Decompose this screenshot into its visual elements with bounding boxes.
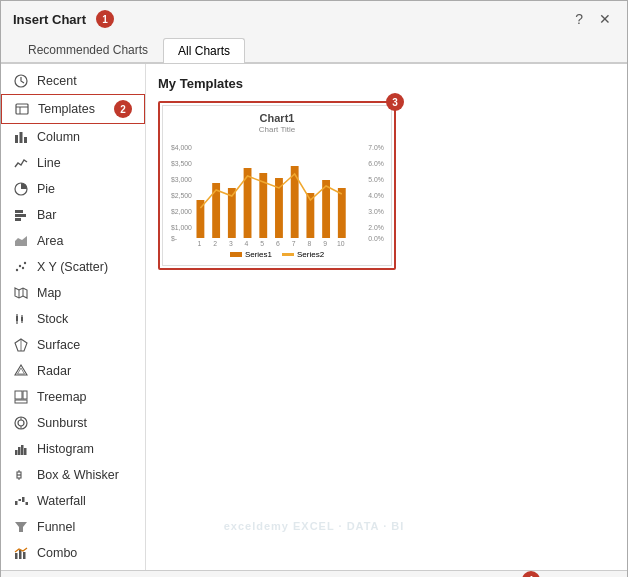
sidebar-label-radar: Radar bbox=[37, 364, 71, 378]
sidebar-label-bar: Bar bbox=[37, 208, 56, 222]
sidebar-item-templates[interactable]: Templates 2 bbox=[1, 94, 145, 124]
svg-rect-29 bbox=[15, 400, 27, 403]
map-icon bbox=[13, 285, 29, 301]
svg-rect-34 bbox=[15, 450, 18, 455]
svg-rect-4 bbox=[15, 135, 18, 143]
badge-3: 3 bbox=[386, 93, 404, 111]
svg-text:2: 2 bbox=[213, 240, 217, 247]
svg-rect-45 bbox=[26, 502, 29, 505]
sidebar-label-surface: Surface bbox=[37, 338, 80, 352]
svg-point-30 bbox=[18, 420, 24, 426]
svg-text:$3,000: $3,000 bbox=[171, 176, 192, 183]
chart-preview-wrapper[interactable]: Chart1 Chart Title $4,000 $3,500 $3,000 … bbox=[158, 101, 396, 270]
close-button[interactable]: ✕ bbox=[595, 9, 615, 29]
sunburst-icon bbox=[13, 415, 29, 431]
content-area: Recent Templates 2 Column bbox=[1, 63, 627, 570]
svg-rect-22 bbox=[21, 317, 23, 321]
svg-rect-20 bbox=[16, 316, 18, 321]
tab-recommended[interactable]: Recommended Charts bbox=[13, 37, 163, 62]
sidebar-item-column[interactable]: Column bbox=[1, 124, 145, 150]
tab-bar: Recommended Charts All Charts bbox=[1, 33, 627, 63]
svg-text:5.0%: 5.0% bbox=[368, 176, 384, 183]
section-title: My Templates bbox=[158, 76, 615, 91]
sidebar-label-map: Map bbox=[37, 286, 61, 300]
sidebar-item-stock[interactable]: Stock bbox=[1, 306, 145, 332]
sidebar-item-waterfall[interactable]: Waterfall bbox=[1, 488, 145, 514]
svg-text:5: 5 bbox=[260, 240, 264, 247]
sidebar-item-treemap[interactable]: Treemap bbox=[1, 384, 145, 410]
title-bar-right: ? ✕ bbox=[571, 9, 615, 29]
boxwhisker-icon bbox=[13, 467, 29, 483]
svg-text:$2,500: $2,500 bbox=[171, 192, 192, 199]
help-button[interactable]: ? bbox=[571, 9, 587, 29]
svg-text:7.0%: 7.0% bbox=[368, 144, 384, 151]
sidebar-label-funnel: Funnel bbox=[37, 520, 75, 534]
svg-rect-44 bbox=[22, 497, 25, 502]
svg-rect-8 bbox=[15, 210, 23, 213]
svg-point-13 bbox=[19, 265, 21, 267]
svg-text:1: 1 bbox=[197, 240, 201, 247]
sidebar-label-pie: Pie bbox=[37, 182, 55, 196]
svg-point-12 bbox=[16, 269, 18, 271]
dialog-title: Insert Chart bbox=[13, 12, 86, 27]
svg-text:$4,000: $4,000 bbox=[171, 144, 192, 151]
svg-text:3.0%: 3.0% bbox=[368, 208, 384, 215]
svg-rect-48 bbox=[19, 550, 22, 559]
svg-rect-42 bbox=[15, 501, 18, 505]
sidebar-item-surface[interactable]: Surface bbox=[1, 332, 145, 358]
sidebar-item-map[interactable]: Map bbox=[1, 280, 145, 306]
funnel-icon bbox=[13, 519, 29, 535]
radar-icon bbox=[13, 363, 29, 379]
recent-icon bbox=[13, 73, 29, 89]
svg-rect-35 bbox=[18, 447, 21, 455]
svg-text:$-: $- bbox=[171, 235, 177, 242]
sidebar-label-waterfall: Waterfall bbox=[37, 494, 86, 508]
svg-rect-6 bbox=[24, 137, 27, 143]
chart-subtitle: Chart Title bbox=[169, 125, 385, 134]
sidebar-item-recent[interactable]: Recent bbox=[1, 68, 145, 94]
svg-text:10: 10 bbox=[337, 240, 345, 247]
sidebar-label-recent: Recent bbox=[37, 74, 77, 88]
sidebar-label-histogram: Histogram bbox=[37, 442, 94, 456]
sidebar-label-xy: X Y (Scatter) bbox=[37, 260, 108, 274]
svg-rect-47 bbox=[15, 553, 18, 559]
sidebar-item-combo[interactable]: Combo bbox=[1, 540, 145, 566]
sidebar-item-sunburst[interactable]: Sunburst bbox=[1, 410, 145, 436]
chart-name: Chart1 bbox=[169, 112, 385, 124]
sidebar-label-boxwhisker: Box & Whisker bbox=[37, 468, 119, 482]
sidebar-label-column: Column bbox=[37, 130, 80, 144]
sidebar-item-funnel[interactable]: Funnel bbox=[1, 514, 145, 540]
main-panel: My Templates Chart1 Chart Title $4,000 $… bbox=[146, 64, 627, 570]
svg-text:$1,000: $1,000 bbox=[171, 224, 192, 231]
sidebar-item-radar[interactable]: Radar bbox=[1, 358, 145, 384]
svg-point-15 bbox=[24, 262, 26, 264]
sidebar-item-line[interactable]: Line bbox=[1, 150, 145, 176]
svg-rect-10 bbox=[15, 218, 21, 221]
column-icon bbox=[13, 129, 29, 145]
legend-series2: Series2 bbox=[282, 250, 324, 259]
tab-all-charts[interactable]: All Charts bbox=[163, 38, 245, 63]
sidebar-item-xy[interactable]: X Y (Scatter) bbox=[1, 254, 145, 280]
svg-text:4: 4 bbox=[245, 240, 249, 247]
sidebar-item-boxwhisker[interactable]: Box & Whisker bbox=[1, 462, 145, 488]
scatter-icon bbox=[13, 259, 29, 275]
sidebar-label-stock: Stock bbox=[37, 312, 68, 326]
svg-text:3: 3 bbox=[229, 240, 233, 247]
svg-text:8: 8 bbox=[307, 240, 311, 247]
sidebar-item-histogram[interactable]: Histogram bbox=[1, 436, 145, 462]
sidebar-item-pie[interactable]: Pie bbox=[1, 176, 145, 202]
svg-text:$3,500: $3,500 bbox=[171, 160, 192, 167]
sidebar-label-area: Area bbox=[37, 234, 63, 248]
sidebar-item-area[interactable]: Area bbox=[1, 228, 145, 254]
svg-text:6: 6 bbox=[276, 240, 280, 247]
svg-rect-49 bbox=[23, 552, 26, 559]
svg-point-14 bbox=[22, 267, 24, 269]
sidebar-label-combo: Combo bbox=[37, 546, 77, 560]
sidebar-item-bar[interactable]: Bar bbox=[1, 202, 145, 228]
bar-icon bbox=[13, 207, 29, 223]
sidebar-label-templates: Templates bbox=[38, 102, 95, 116]
chart-visual: $4,000 $3,500 $3,000 $2,500 $2,000 $1,00… bbox=[169, 138, 385, 248]
svg-text:6.0%: 6.0% bbox=[368, 160, 384, 167]
svg-marker-25 bbox=[15, 365, 27, 375]
line-icon bbox=[13, 155, 29, 171]
